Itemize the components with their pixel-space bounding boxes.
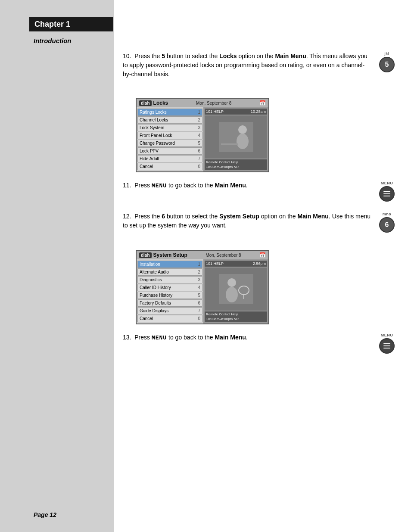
step-13-icon: MENU: [376, 333, 398, 354]
button-6-label: mno: [383, 212, 392, 216]
main-content: 10. Press the 5 button to select the Loc…: [114, 52, 411, 364]
locks-menu-item-4: Front Panel Lock 4: [137, 132, 202, 139]
menu-button-13-circle: [379, 338, 395, 354]
intro-label: Introduction: [34, 37, 71, 44]
system-setup-screen: dish System Setup Mon, September 8 📅 Ins…: [136, 250, 269, 324]
svg-point-5: [227, 278, 236, 287]
system-setup-preview-header: 101 HELP 2:56pm: [205, 261, 267, 267]
button-5-circle: 5: [379, 57, 395, 72]
system-setup-menu-item-0: Cancel 0: [137, 315, 202, 322]
locks-calendar-icon: 📅: [259, 100, 266, 106]
system-setup-menu-item-3: Diagnostics 3: [137, 276, 202, 283]
menu-line-2: [383, 193, 390, 194]
locks-menu-item-1: Ratings Locks 1: [137, 109, 202, 116]
step-12: 12. Press the 6 button to select the Sys…: [123, 212, 398, 233]
menu-line-5: [383, 345, 390, 346]
system-setup-preview-image: [205, 268, 267, 311]
locks-menu-item-5: Change Password 5: [137, 140, 202, 147]
system-setup-menu-item-6: Factory Defaults 6: [137, 299, 202, 307]
step-10-icon: jkl 5: [376, 52, 398, 72]
system-setup-preview-caption: Remote Control Help10:00am–6:00pm NR: [205, 311, 267, 322]
locks-preview-svg: [219, 122, 253, 152]
system-setup-menu-item-2: Alternate Audio 2: [137, 268, 202, 276]
system-setup-preview-time: 2:56pm: [253, 261, 266, 266]
locks-preview-caption: Remote Control Help10:00am–6:00pm NR: [205, 159, 267, 170]
step-12-text: 12. Press the 6 button to select the Sys…: [123, 212, 376, 232]
svg-rect-0: [219, 122, 253, 152]
locks-screen-header: dish Locks Mon, September 8 📅: [137, 99, 268, 107]
menu-line-4: [383, 343, 390, 344]
system-setup-calendar-icon: 📅: [259, 252, 266, 258]
locks-menu-item-7: Hide Adult 7: [137, 155, 202, 162]
locks-menu-item-0: Cancel 0: [137, 163, 202, 170]
system-setup-preview-channel: 101 HELP: [206, 261, 224, 266]
menu-button-13-icon: MENU: [379, 333, 395, 354]
button-6-icon: mno 6: [379, 212, 395, 233]
menu-lines-icon: [383, 191, 390, 196]
step-10-text: 10. Press the 5 button to select the Loc…: [123, 52, 376, 81]
step-13-text: 13. Press MENU to go back to the Main Me…: [123, 333, 376, 344]
menu-lines-icon-2: [383, 343, 390, 348]
sidebar: [0, 0, 114, 532]
locks-preview-channel: 101 HELP: [206, 109, 224, 114]
system-setup-screen-logo: dish System Setup: [139, 252, 187, 258]
locks-screen-body: Ratings Locks 1 Channel Locks 2 Lock Sys…: [137, 107, 268, 171]
svg-point-2: [237, 134, 249, 149]
menu-button-11-label: MENU: [381, 181, 393, 185]
chapter-bar: Chapter 1: [29, 17, 113, 31]
locks-screen-logo: dish Locks: [139, 100, 168, 106]
system-setup-screen-body: Installation 1 Alternate Audio 2 Diagnos…: [137, 259, 268, 324]
step-11: 11. Press MENU to go back to the Main Me…: [123, 181, 398, 202]
locks-preview-image: [205, 115, 267, 159]
step-11-icon: MENU: [376, 181, 398, 202]
step-13: 13. Press MENU to go back to the Main Me…: [123, 333, 398, 354]
menu-button-11-circle: [379, 186, 395, 202]
system-setup-screen-container: dish System Setup Mon, September 8 📅 Ins…: [136, 250, 269, 324]
dish-logo: dish: [139, 100, 152, 106]
page-number: Page 12: [34, 511, 56, 518]
system-setup-preview-svg: [219, 274, 253, 304]
step-10: 10. Press the 5 button to select the Loc…: [123, 52, 398, 81]
locks-menu-panel: Ratings Locks 1 Channel Locks 2 Lock Sys…: [137, 107, 203, 171]
locks-screen-date: Mon, September 8: [196, 101, 231, 106]
svg-rect-3: [221, 143, 238, 145]
dish-logo-2: dish: [139, 252, 152, 258]
menu-line-3: [383, 196, 390, 196]
menu-line-6: [383, 348, 390, 348]
chapter-label: Chapter 1: [34, 20, 70, 28]
menu-line-1: [383, 191, 390, 192]
system-setup-screen-header: dish System Setup Mon, September 8 📅: [137, 251, 268, 259]
system-setup-menu-item-7: Guide Displays 7: [137, 307, 202, 314]
system-setup-preview-panel: 101 HELP 2:56pm Remote Contro: [203, 259, 268, 324]
locks-preview-panel: 101 HELP 10:28am Remote Contr: [203, 107, 268, 171]
locks-menu-item-2: Channel Locks 2: [137, 116, 202, 124]
system-setup-screen-title: System Setup: [153, 252, 187, 258]
system-setup-screen-date: Mon, September 8: [206, 253, 241, 258]
button-5-label: jkl: [384, 52, 389, 56]
locks-screen-title: Locks: [153, 100, 168, 106]
locks-preview-header: 101 HELP 10:28am: [205, 109, 267, 115]
menu-button-13-label: MENU: [381, 333, 393, 337]
locks-screen-container: dish Locks Mon, September 8 📅 Ratings Lo…: [136, 98, 269, 172]
locks-menu-item-3: Lock System 3: [137, 124, 202, 131]
locks-preview-time: 10:28am: [251, 109, 266, 114]
svg-point-1: [238, 125, 247, 134]
step-11-text: 11. Press MENU to go back to the Main Me…: [123, 181, 376, 192]
system-setup-menu-item-5: Purchase History 5: [137, 292, 202, 299]
button-6-circle: 6: [379, 217, 395, 233]
system-setup-menu-item-4: Caller ID History 4: [137, 284, 202, 291]
button-5-icon: jkl 5: [379, 52, 395, 72]
locks-screen: dish Locks Mon, September 8 📅 Ratings Lo…: [136, 98, 269, 172]
step-12-icon: mno 6: [376, 212, 398, 233]
system-setup-menu-item-1: Installation 1: [137, 261, 202, 268]
menu-button-11-icon: MENU: [379, 181, 395, 202]
locks-menu-item-6: Lock PPV 6: [137, 147, 202, 155]
system-setup-menu-panel: Installation 1 Alternate Audio 2 Diagnos…: [137, 259, 203, 324]
svg-point-6: [226, 287, 238, 302]
